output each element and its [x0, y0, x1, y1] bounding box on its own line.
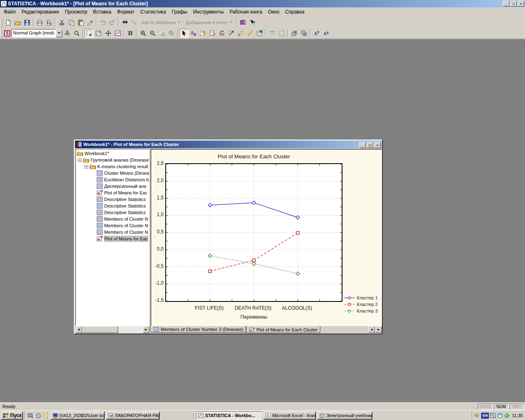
select-region-button[interactable] [84, 29, 94, 38]
minimize-button[interactable]: _ [503, 1, 509, 7]
annotate-button[interactable] [198, 29, 208, 38]
tree-item[interactable]: Descriptive Statistics [77, 209, 149, 216]
find-button[interactable] [120, 18, 130, 27]
tree-horizontal-scrollbar[interactable]: ◄ ► [75, 326, 149, 333]
tree-item[interactable]: Workbook1* [77, 150, 149, 157]
paste-button[interactable] [76, 18, 85, 27]
scroll-right-icon[interactable]: ► [143, 326, 149, 333]
copy-button[interactable] [66, 18, 76, 27]
pan-button[interactable] [103, 29, 113, 38]
clock[interactable]: 11:35 [512, 413, 523, 418]
menu-item[interactable]: Рабочая книга [227, 8, 265, 16]
fill-pattern-icon [278, 30, 285, 37]
fill-pattern-button [277, 29, 286, 38]
workbook-close-button[interactable]: × [374, 142, 381, 148]
svg-text:A: A [314, 31, 317, 36]
cut-button[interactable] [57, 18, 66, 27]
new-document-button[interactable] [3, 18, 13, 27]
tree-item[interactable]: Cluster Means (Desea [77, 170, 149, 176]
tree-item[interactable]: Euclidean Distances b [77, 176, 149, 183]
task-button[interactable]: XMicrosoft Excel - Книга1 [263, 411, 316, 420]
font-decrease-button[interactable]: A [321, 29, 331, 38]
menu-item[interactable]: Статистика [137, 8, 169, 16]
check-tool-button[interactable] [245, 29, 255, 38]
print-preview-button[interactable] [44, 18, 54, 27]
scrollbar-thumb[interactable] [82, 326, 118, 333]
task-button[interactable]: {\\413_2\D$\D\User box\... [50, 411, 105, 420]
open-folder-button[interactable] [13, 18, 22, 27]
tree-item[interactable]: Групповой анализ (Desease [77, 157, 149, 163]
tree-item[interactable]: Plot of Means for Eac [77, 189, 149, 196]
tree-item[interactable]: Descriptive Statistics [77, 196, 149, 203]
chevron-down-icon[interactable]: ▼ [56, 29, 62, 37]
menu-item[interactable]: Формат [114, 8, 137, 16]
toolbar-grip[interactable] [1, 18, 2, 27]
save-button[interactable] [22, 18, 32, 27]
menu-item[interactable]: Инструменты [190, 8, 227, 16]
pointer-button[interactable] [179, 29, 189, 38]
pattern-icon[interactable] [490, 413, 496, 418]
tree-item[interactable]: Members of Cluster N [77, 229, 149, 235]
outlook-notes-shortcut[interactable] [41, 412, 50, 419]
player-icon[interactable] [497, 413, 503, 418]
icq-flower-icon[interactable] [504, 413, 510, 418]
embed-graph-button[interactable] [255, 29, 264, 38]
graph-canvas[interactable]: Plot of Means for Each Cluster 2,52,01,5… [152, 150, 381, 325]
print-button[interactable] [35, 18, 44, 27]
task-button[interactable]: STATISTICA - Workbo... [196, 411, 262, 420]
mini-chart-button[interactable] [113, 29, 122, 38]
zoom-out-button[interactable] [148, 29, 157, 38]
volume-icon[interactable] [474, 413, 480, 418]
zoom-mode-button[interactable] [72, 29, 81, 38]
edit-note-button[interactable] [208, 29, 217, 38]
start-button[interactable]: Пуск [1, 411, 23, 420]
bring-front-button[interactable] [290, 29, 299, 38]
toolbar-grip[interactable] [1, 29, 2, 37]
pen-tool-button[interactable] [236, 29, 245, 38]
collapse-expander-icon[interactable] [84, 165, 88, 169]
edit-graph-button[interactable] [94, 29, 103, 38]
menu-item[interactable]: Просмотр [62, 8, 90, 16]
text-tool-button[interactable]: AB [189, 29, 198, 38]
workbook-maximize-button[interactable]: □ [367, 142, 373, 148]
workbook-minimize-button[interactable]: _ [359, 142, 366, 148]
menu-item[interactable]: Графы [169, 8, 190, 16]
collapse-expander-icon[interactable] [78, 158, 82, 162]
send-back-button[interactable] [299, 29, 308, 38]
tabs-scroll-right-icon[interactable]: ► [375, 326, 382, 333]
tree-item[interactable]: Дисперсионный ана [77, 183, 149, 189]
graph-type-combo[interactable]: Normal Graph [modi... ▼ [11, 29, 62, 37]
keyboard-layout-icon[interactable]: EN [481, 413, 489, 419]
tree-item[interactable]: Descriptive Statistics [77, 203, 149, 209]
font-increase-button[interactable]: A [312, 29, 321, 38]
tree-item[interactable]: Plot of Means for Eac [77, 235, 149, 242]
workbook-titlebar[interactable]: Workbook1* - Plot of Means for Each Clus… [75, 141, 381, 148]
grid-button[interactable] [126, 29, 135, 38]
pick-tool-button[interactable] [226, 29, 236, 38]
menu-item[interactable]: Справка [282, 8, 307, 16]
tree-item-label: Members of Cluster N [104, 230, 148, 235]
tree-item[interactable]: K-means clustering result [77, 163, 149, 170]
menu-item[interactable]: Вставка [90, 8, 114, 16]
menu-item[interactable]: Редактирование [19, 8, 62, 16]
task-button[interactable]: Электронный учебник - ... [317, 411, 372, 420]
workbook-tab[interactable]: Members of Cluster Number 3 (Desease) [151, 326, 246, 333]
zoom-in-button[interactable] [138, 29, 148, 38]
tabs-scroll-left-icon[interactable]: ◄ [368, 326, 375, 333]
menu-item[interactable]: Файл [1, 8, 19, 16]
format-brush-button[interactable] [85, 18, 95, 27]
task-button[interactable]: WЛАБОРАТОРНАЯ РАБОТ... [106, 411, 160, 420]
workbook-tab[interactable]: Plot of Means for Each Cluster [246, 326, 320, 333]
restore-button[interactable]: ❐ [510, 1, 517, 7]
context-help-button[interactable]: ? [248, 18, 257, 27]
tree-item-label: Descriptive Statistics [104, 203, 146, 208]
help-book-button[interactable]: ? [238, 18, 248, 27]
tree-item-label: Plot of Means for Eac [104, 190, 147, 195]
stamp-button[interactable] [62, 29, 72, 38]
rotate-tool-button[interactable] [217, 29, 226, 38]
scroll-left-icon[interactable]: ◄ [75, 326, 82, 333]
tree-item[interactable]: Members of Cluster N [77, 222, 149, 229]
menu-item[interactable]: Окно [265, 8, 282, 16]
close-button[interactable]: × [518, 1, 524, 7]
tree-item[interactable]: Members of Cluster N [77, 216, 149, 222]
